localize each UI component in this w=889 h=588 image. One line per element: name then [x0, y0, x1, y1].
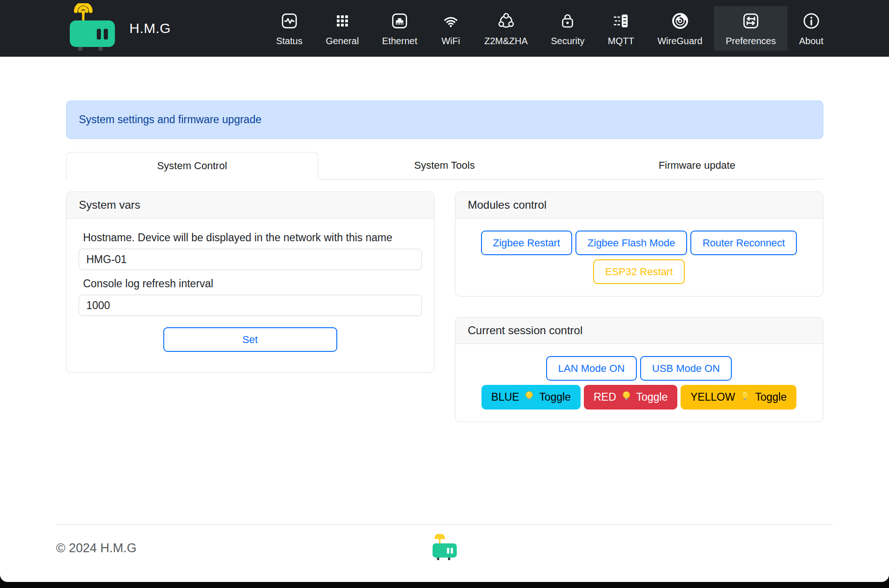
page-info-alert: System settings and firmware upgrade — [66, 100, 823, 139]
footer: © 2024 H.M.G — [56, 524, 833, 561]
modules-control-body: Zigbee Restart Zigbee Flash Mode Router … — [455, 218, 823, 296]
toggle-button-row: BLUE Toggle — [468, 385, 811, 410]
wifi-icon — [441, 11, 461, 31]
modules-control-header: Modules control — [455, 192, 823, 218]
nav-item-z2m-zha[interactable]: Z2M&ZHA — [473, 6, 539, 51]
nav-item-security[interactable]: Security — [539, 6, 596, 51]
zigbee-restart-button[interactable]: Zigbee Restart — [481, 231, 572, 255]
tab-system-control[interactable]: System Control — [66, 152, 319, 179]
system-vars-header: System vars — [67, 192, 434, 218]
alert-text: System settings and firmware upgrade — [79, 113, 261, 126]
footer-divider — [56, 524, 833, 525]
system-vars-card: System vars Hostname. Device will be dis… — [66, 192, 434, 373]
preferences-icon — [741, 11, 761, 31]
lan-mode-button[interactable]: LAN Mode ON — [546, 356, 637, 381]
nav-item-preferences[interactable]: Preferences — [714, 6, 788, 51]
hostname-label: Hostname. Device will be displayed in th… — [83, 231, 409, 245]
bulb-icon — [621, 390, 632, 404]
right-column: Modules control Zigbee Restart Zigbee Fl… — [455, 192, 823, 422]
page: H.M.G Status — [0, 0, 889, 582]
yellow-led-toggle-button[interactable]: YELLOW Toggle — [681, 385, 796, 410]
esp32-restart-button[interactable]: ESP32 Restart — [593, 259, 685, 284]
hostname-input[interactable] — [79, 249, 422, 270]
ethernet-icon — [390, 11, 409, 31]
router-logo-icon — [70, 3, 115, 53]
modules-control-card: Modules control Zigbee Restart Zigbee Fl… — [455, 192, 823, 297]
nav-items: Status General — [264, 0, 835, 57]
blue-led-toggle-button[interactable]: BLUE Toggle — [481, 385, 581, 410]
lock-icon — [558, 11, 577, 31]
footer-router-logo-icon — [432, 534, 457, 562]
mode-button-row: LAN Mode ON USB Mode ON — [468, 356, 811, 381]
footer-row: © 2024 H.M.G — [56, 535, 833, 561]
nav-item-mqtt[interactable]: MQTT — [596, 6, 646, 51]
session-control-card: Current session control LAN Mode ON USB … — [455, 317, 823, 422]
session-control-body: LAN Mode ON USB Mode ON BLUE — [455, 344, 823, 422]
nav-item-general[interactable]: General — [314, 6, 370, 51]
brand-title: H.M.G — [129, 20, 171, 36]
general-icon — [333, 11, 352, 31]
main-content: System settings and firmware upgrade Sys… — [66, 100, 823, 422]
set-row: Set — [79, 327, 422, 360]
esp32-button-row: ESP32 Restart — [468, 259, 811, 284]
cards-row: System vars Hostname. Device will be dis… — [66, 192, 823, 422]
copyright-text: © 2024 H.M.G — [56, 541, 137, 555]
router-reconnect-button[interactable]: Router Reconnect — [690, 231, 797, 255]
red-led-toggle-button[interactable]: RED Toggle — [584, 385, 677, 410]
nav-item-wifi[interactable]: WiFi — [429, 6, 473, 51]
system-vars-body: Hostname. Device will be displayed in th… — [67, 218, 434, 372]
interval-label: Console log refresh interval — [83, 277, 422, 291]
wireguard-icon — [670, 11, 690, 31]
console-interval-input[interactable] — [79, 295, 422, 316]
tab-system-tools[interactable]: System Tools — [318, 152, 571, 179]
bulb-icon — [523, 390, 535, 404]
left-column: System vars Hostname. Device will be dis… — [66, 192, 434, 373]
nav-item-about[interactable]: About — [788, 6, 835, 51]
info-icon — [802, 11, 821, 31]
nav-item-status[interactable]: Status — [264, 6, 314, 51]
modules-button-row: Zigbee Restart Zigbee Flash Mode Router … — [468, 231, 811, 255]
zigbee-flash-mode-button[interactable]: Zigbee Flash Mode — [575, 231, 687, 255]
session-control-header: Current session control — [455, 317, 823, 344]
top-navbar: H.M.G Status — [0, 0, 889, 57]
nav-item-ethernet[interactable]: Ethernet — [370, 6, 429, 51]
usb-mode-button[interactable]: USB Mode ON — [640, 356, 732, 381]
set-button[interactable]: Set — [163, 327, 337, 352]
bulb-icon — [739, 390, 751, 404]
brand[interactable]: H.M.G — [70, 3, 171, 53]
tab-firmware-update[interactable]: Firmware update — [571, 152, 823, 179]
status-icon — [280, 11, 299, 31]
mqtt-icon — [611, 11, 631, 31]
tab-bar: System Control System Tools Firmware upd… — [66, 152, 823, 179]
z2m-zha-icon — [496, 11, 516, 31]
nav-item-wireguard[interactable]: WireGuard — [646, 6, 714, 51]
